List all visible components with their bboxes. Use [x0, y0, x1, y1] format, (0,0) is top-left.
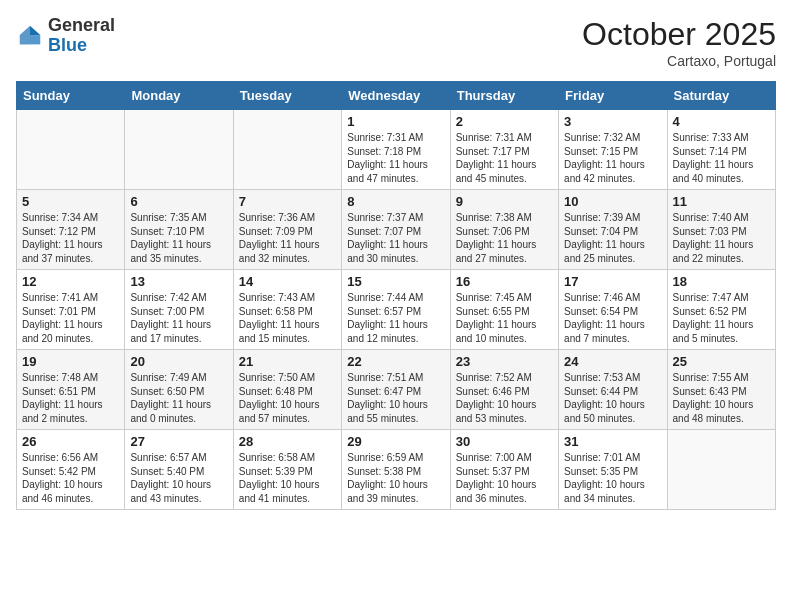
day-number: 22: [347, 354, 444, 369]
day-number: 24: [564, 354, 661, 369]
calendar-cell: 14Sunrise: 7:43 AM Sunset: 6:58 PM Dayli…: [233, 270, 341, 350]
cell-content: Sunrise: 6:56 AM Sunset: 5:42 PM Dayligh…: [22, 451, 119, 505]
cell-content: Sunrise: 6:58 AM Sunset: 5:39 PM Dayligh…: [239, 451, 336, 505]
cell-content: Sunrise: 7:34 AM Sunset: 7:12 PM Dayligh…: [22, 211, 119, 265]
calendar-cell: 29Sunrise: 6:59 AM Sunset: 5:38 PM Dayli…: [342, 430, 450, 510]
cell-content: Sunrise: 7:33 AM Sunset: 7:14 PM Dayligh…: [673, 131, 770, 185]
day-number: 14: [239, 274, 336, 289]
cell-content: Sunrise: 7:44 AM Sunset: 6:57 PM Dayligh…: [347, 291, 444, 345]
day-number: 9: [456, 194, 553, 209]
cell-content: Sunrise: 7:55 AM Sunset: 6:43 PM Dayligh…: [673, 371, 770, 425]
day-number: 18: [673, 274, 770, 289]
calendar-table: SundayMondayTuesdayWednesdayThursdayFrid…: [16, 81, 776, 510]
calendar-cell: 31Sunrise: 7:01 AM Sunset: 5:35 PM Dayli…: [559, 430, 667, 510]
calendar-cell: 30Sunrise: 7:00 AM Sunset: 5:37 PM Dayli…: [450, 430, 558, 510]
location: Cartaxo, Portugal: [582, 53, 776, 69]
cell-content: Sunrise: 7:01 AM Sunset: 5:35 PM Dayligh…: [564, 451, 661, 505]
calendar-cell: 2Sunrise: 7:31 AM Sunset: 7:17 PM Daylig…: [450, 110, 558, 190]
day-number: 20: [130, 354, 227, 369]
svg-marker-0: [30, 26, 40, 35]
calendar-cell: [125, 110, 233, 190]
cell-content: Sunrise: 7:45 AM Sunset: 6:55 PM Dayligh…: [456, 291, 553, 345]
calendar-cell: 20Sunrise: 7:49 AM Sunset: 6:50 PM Dayli…: [125, 350, 233, 430]
day-number: 27: [130, 434, 227, 449]
month-title: October 2025: [582, 16, 776, 53]
calendar-cell: 28Sunrise: 6:58 AM Sunset: 5:39 PM Dayli…: [233, 430, 341, 510]
weekday-header: Monday: [125, 82, 233, 110]
calendar-cell: 3Sunrise: 7:32 AM Sunset: 7:15 PM Daylig…: [559, 110, 667, 190]
calendar-row: 12Sunrise: 7:41 AM Sunset: 7:01 PM Dayli…: [17, 270, 776, 350]
calendar-cell: 7Sunrise: 7:36 AM Sunset: 7:09 PM Daylig…: [233, 190, 341, 270]
svg-marker-1: [30, 35, 40, 44]
cell-content: Sunrise: 7:43 AM Sunset: 6:58 PM Dayligh…: [239, 291, 336, 345]
day-number: 4: [673, 114, 770, 129]
day-number: 10: [564, 194, 661, 209]
day-number: 6: [130, 194, 227, 209]
calendar-cell: 5Sunrise: 7:34 AM Sunset: 7:12 PM Daylig…: [17, 190, 125, 270]
calendar-cell: 13Sunrise: 7:42 AM Sunset: 7:00 PM Dayli…: [125, 270, 233, 350]
cell-content: Sunrise: 6:59 AM Sunset: 5:38 PM Dayligh…: [347, 451, 444, 505]
cell-content: Sunrise: 7:47 AM Sunset: 6:52 PM Dayligh…: [673, 291, 770, 345]
day-number: 11: [673, 194, 770, 209]
calendar-cell: 27Sunrise: 6:57 AM Sunset: 5:40 PM Dayli…: [125, 430, 233, 510]
calendar-cell: 6Sunrise: 7:35 AM Sunset: 7:10 PM Daylig…: [125, 190, 233, 270]
day-number: 12: [22, 274, 119, 289]
weekday-header: Thursday: [450, 82, 558, 110]
day-number: 16: [456, 274, 553, 289]
day-number: 28: [239, 434, 336, 449]
calendar-cell: 11Sunrise: 7:40 AM Sunset: 7:03 PM Dayli…: [667, 190, 775, 270]
calendar-cell: 22Sunrise: 7:51 AM Sunset: 6:47 PM Dayli…: [342, 350, 450, 430]
cell-content: Sunrise: 7:36 AM Sunset: 7:09 PM Dayligh…: [239, 211, 336, 265]
calendar-cell: 10Sunrise: 7:39 AM Sunset: 7:04 PM Dayli…: [559, 190, 667, 270]
calendar-cell: 8Sunrise: 7:37 AM Sunset: 7:07 PM Daylig…: [342, 190, 450, 270]
day-number: 3: [564, 114, 661, 129]
day-number: 7: [239, 194, 336, 209]
calendar-row: 1Sunrise: 7:31 AM Sunset: 7:18 PM Daylig…: [17, 110, 776, 190]
calendar-cell: [667, 430, 775, 510]
cell-content: Sunrise: 7:37 AM Sunset: 7:07 PM Dayligh…: [347, 211, 444, 265]
logo-icon: [16, 22, 44, 50]
calendar-row: 19Sunrise: 7:48 AM Sunset: 6:51 PM Dayli…: [17, 350, 776, 430]
day-number: 15: [347, 274, 444, 289]
weekday-header-row: SundayMondayTuesdayWednesdayThursdayFrid…: [17, 82, 776, 110]
day-number: 31: [564, 434, 661, 449]
weekday-header: Wednesday: [342, 82, 450, 110]
calendar-cell: 24Sunrise: 7:53 AM Sunset: 6:44 PM Dayli…: [559, 350, 667, 430]
cell-content: Sunrise: 7:53 AM Sunset: 6:44 PM Dayligh…: [564, 371, 661, 425]
cell-content: Sunrise: 7:51 AM Sunset: 6:47 PM Dayligh…: [347, 371, 444, 425]
logo: General Blue: [16, 16, 115, 56]
cell-content: Sunrise: 7:38 AM Sunset: 7:06 PM Dayligh…: [456, 211, 553, 265]
cell-content: Sunrise: 7:52 AM Sunset: 6:46 PM Dayligh…: [456, 371, 553, 425]
day-number: 25: [673, 354, 770, 369]
cell-content: Sunrise: 7:42 AM Sunset: 7:00 PM Dayligh…: [130, 291, 227, 345]
calendar-cell: 1Sunrise: 7:31 AM Sunset: 7:18 PM Daylig…: [342, 110, 450, 190]
day-number: 13: [130, 274, 227, 289]
calendar-cell: 15Sunrise: 7:44 AM Sunset: 6:57 PM Dayli…: [342, 270, 450, 350]
cell-content: Sunrise: 6:57 AM Sunset: 5:40 PM Dayligh…: [130, 451, 227, 505]
cell-content: Sunrise: 7:32 AM Sunset: 7:15 PM Dayligh…: [564, 131, 661, 185]
logo-text: General Blue: [48, 16, 115, 56]
calendar-cell: 17Sunrise: 7:46 AM Sunset: 6:54 PM Dayli…: [559, 270, 667, 350]
day-number: 21: [239, 354, 336, 369]
day-number: 23: [456, 354, 553, 369]
calendar-row: 5Sunrise: 7:34 AM Sunset: 7:12 PM Daylig…: [17, 190, 776, 270]
calendar-cell: 21Sunrise: 7:50 AM Sunset: 6:48 PM Dayli…: [233, 350, 341, 430]
title-block: October 2025 Cartaxo, Portugal: [582, 16, 776, 69]
calendar-cell: 26Sunrise: 6:56 AM Sunset: 5:42 PM Dayli…: [17, 430, 125, 510]
cell-content: Sunrise: 7:31 AM Sunset: 7:18 PM Dayligh…: [347, 131, 444, 185]
calendar-cell: [17, 110, 125, 190]
calendar-row: 26Sunrise: 6:56 AM Sunset: 5:42 PM Dayli…: [17, 430, 776, 510]
calendar-cell: 23Sunrise: 7:52 AM Sunset: 6:46 PM Dayli…: [450, 350, 558, 430]
cell-content: Sunrise: 7:41 AM Sunset: 7:01 PM Dayligh…: [22, 291, 119, 345]
weekday-header: Sunday: [17, 82, 125, 110]
svg-marker-2: [20, 26, 30, 45]
calendar-cell: 16Sunrise: 7:45 AM Sunset: 6:55 PM Dayli…: [450, 270, 558, 350]
day-number: 8: [347, 194, 444, 209]
weekday-header: Friday: [559, 82, 667, 110]
weekday-header: Saturday: [667, 82, 775, 110]
calendar-cell: 9Sunrise: 7:38 AM Sunset: 7:06 PM Daylig…: [450, 190, 558, 270]
cell-content: Sunrise: 7:40 AM Sunset: 7:03 PM Dayligh…: [673, 211, 770, 265]
day-number: 2: [456, 114, 553, 129]
day-number: 1: [347, 114, 444, 129]
day-number: 29: [347, 434, 444, 449]
